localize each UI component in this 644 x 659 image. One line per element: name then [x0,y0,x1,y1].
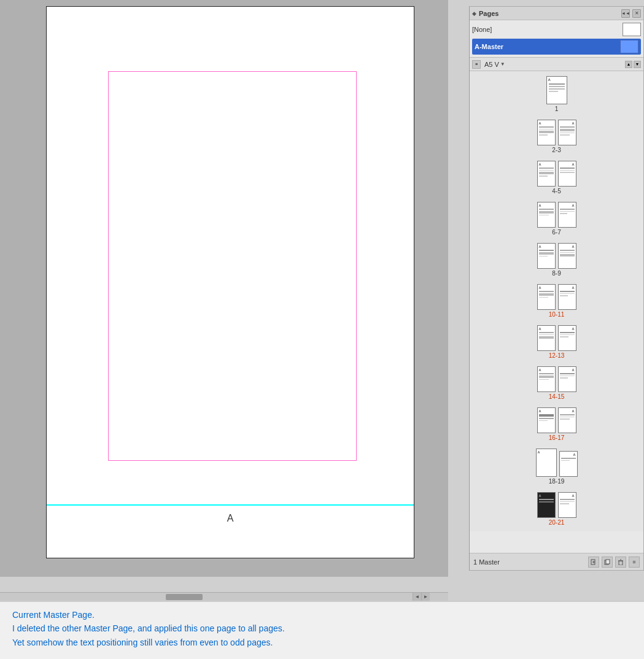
status-bar: Current Master Page. I deleted the other… [0,601,644,659]
pages-panel: ◆ Pages ◄◄ ✕ [None] A-Master ≡ A5 V ▼ ▲ … [469,6,644,571]
page-thumb-11[interactable]: A [558,284,576,310]
page-number-23: 2-3 [552,147,561,153]
view-toggle-btn[interactable]: ≡ [472,60,481,69]
page-thumb-15[interactable]: A [558,366,576,392]
page-thumb-10[interactable]: A [537,284,556,310]
page-thumbnails-67: A A [537,202,576,228]
thumb-line [549,83,565,85]
page-thumb-20[interactable]: A [537,492,556,518]
thumb-line [549,86,565,87]
page-number-1819: 18-19 [549,478,565,485]
page-group-89: A A 8-9 [470,238,643,279]
page-number-1011: 10-11 [549,311,565,318]
page-group-2021: A A 20-21 [470,487,643,528]
delete-page-btn[interactable] [615,557,626,568]
page-thumbnails-45: A A [537,161,576,187]
duplicate-page-btn[interactable] [602,557,613,568]
thumb-lines [549,83,565,93]
scroll-right-arrow[interactable]: ► [421,593,430,601]
page-number-1415: 14-15 [549,393,565,400]
page-thumbnails-1213: A A [537,325,576,351]
footer-icon-buttons: ≡ [588,557,640,568]
page-number-2021: 20-21 [549,519,565,526]
page-thumb-14[interactable]: A [537,366,556,392]
page-number-1213: 12-13 [549,352,565,359]
status-line-3: Yet somehow the text positioning still v… [12,636,632,649]
thumb-a-label: A [548,78,551,82]
page-thumb-2[interactable]: A [537,120,556,145]
page-thumb-19[interactable]: A [559,451,578,477]
pages-panel-title: Pages [479,10,499,17]
page-group-45: A A 4-5 [470,156,643,197]
pages-panel-titlebar: ◆ Pages ◄◄ ✕ [470,7,643,20]
page-thumb-12[interactable]: A [537,325,556,351]
page-label: A [47,513,414,524]
page-thumbnails-2021: A A [537,492,576,518]
page-group-1213: A A 12-13 [470,320,643,361]
footer-master-count: 1 Master [473,558,500,566]
cyan-guide-line [47,504,414,506]
page-group-2223: A A 22-23 [470,528,643,531]
page-thumbnails-89: A A [537,243,576,269]
canvas-scrollbar-right-arrows: ◄ ► [413,593,430,601]
pages-panel-footer: 1 Master [470,553,643,570]
page-thumb-7[interactable]: A [558,202,576,228]
page-number-67: 6-7 [552,229,561,236]
scroll-up-small[interactable]: ▲ [625,61,632,68]
page-thumb-3[interactable]: A [558,120,576,145]
scroll-down-small[interactable]: ▼ [634,61,641,68]
page-group-1819: A A 18-19 [470,444,643,487]
page-margin-box [108,71,357,461]
status-line-2: I deleted the other Master Page, and app… [12,622,632,635]
page-document: A [46,6,414,558]
page-group-1617: A A 16-17 [470,403,643,444]
none-page-thumb [623,23,641,36]
svg-rect-5 [619,561,623,565]
page-group-67: A A 6-7 [470,197,643,238]
a-master-row[interactable]: A-Master [472,39,641,55]
a-master-thumb [620,40,638,53]
view-dropdown-arrow[interactable]: ▼ [500,61,505,67]
scroll-left-arrow[interactable]: ◄ [413,593,421,601]
page-thumb-5[interactable]: A [558,161,576,187]
panel-diamond-icon: ◆ [472,10,476,17]
page-group-1415: A A 14-15 [470,361,643,403]
master-pages-section: [None] A-Master [470,20,643,58]
canvas-background: A [0,0,448,577]
page-thumbnails-23: A A [537,120,576,145]
page-number-1617: 16-17 [549,434,565,441]
panel-menu-btn[interactable]: ≡ [629,557,640,568]
panel-collapse-btn[interactable]: ◄◄ [621,9,630,18]
status-text: Current Master Page. I deleted the other… [12,608,632,649]
pages-list[interactable]: A 1 A [470,71,643,531]
page-thumb-8[interactable]: A [537,243,556,269]
thumb-line [549,88,565,90]
toolbar-right: ▲ ▼ [625,61,641,68]
new-master-btn[interactable] [588,557,599,568]
none-master-row[interactable]: [None] [472,23,641,36]
thumb-lines [539,126,554,136]
titlebar-controls: ◄◄ ✕ [621,9,641,18]
page-thumb-13[interactable]: A [558,325,576,351]
canvas-scrollbar[interactable]: ◄ ► [0,592,448,601]
page-group-1011: A A 10-11 [470,279,643,320]
page-thumb-21[interactable]: A [558,492,576,518]
thumb-line [549,91,559,92]
page-thumb-6[interactable]: A [537,202,556,228]
page-thumbnails-1: A [546,76,567,104]
page-thumb-16[interactable]: A [537,407,556,433]
page-thumb-18[interactable]: A [536,449,557,477]
page-thumb-17[interactable]: A [558,407,576,433]
canvas-area: A [0,0,448,577]
page-number-1: 1 [555,106,559,112]
none-label: [None] [472,26,619,33]
view-label: A5 V [484,61,499,68]
page-thumb-1[interactable]: A [546,76,567,104]
pages-toolbar: ≡ A5 V ▼ ▲ ▼ [470,58,643,71]
canvas-scrollbar-thumb[interactable] [166,594,203,600]
a-master-label: A-Master [475,43,616,50]
page-thumb-9[interactable]: A [558,243,576,269]
page-thumb-4[interactable]: A [537,161,556,187]
panel-close-btn[interactable]: ✕ [632,9,641,18]
page-group-1: A 1 [470,71,643,115]
